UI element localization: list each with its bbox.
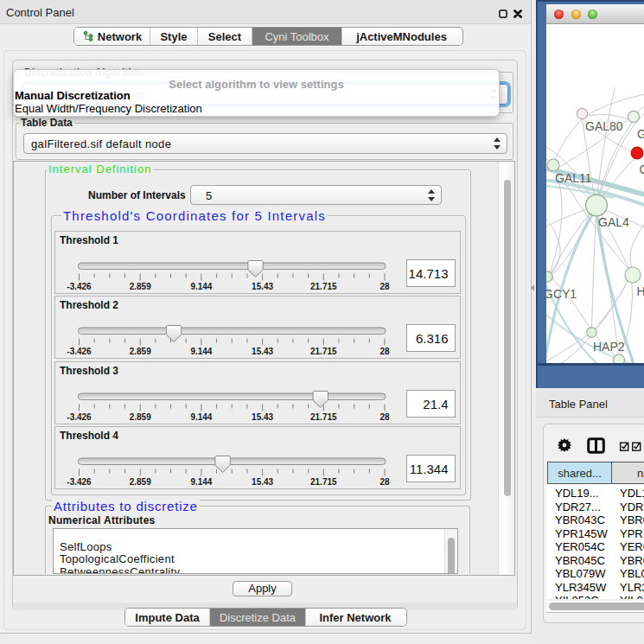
svg-text:28: 28 (379, 412, 390, 422)
svg-text:GAL11: GAL11 (555, 171, 592, 185)
svg-text:C: C (640, 163, 644, 176)
svg-text:G.: G. (637, 127, 644, 141)
svg-text:15.43: 15.43 (252, 282, 273, 291)
svg-text:9.144: 9.144 (190, 282, 212, 291)
svg-text:-3.426: -3.426 (67, 412, 92, 422)
svg-text:9.144: 9.144 (190, 347, 212, 356)
svg-text:-3.426: -3.426 (67, 347, 92, 356)
svg-text:28: 28 (379, 347, 390, 356)
svg-text:H: H (637, 284, 644, 298)
svg-text:21.715: 21.715 (310, 477, 337, 487)
svg-text:2.859: 2.859 (130, 412, 151, 422)
svg-text:GAL4: GAL4 (598, 215, 629, 229)
svg-text:21.715: 21.715 (310, 347, 337, 356)
svg-text:-3.426: -3.426 (67, 282, 92, 291)
svg-text:2.859: 2.859 (130, 282, 151, 291)
svg-text:2.859: 2.859 (130, 477, 151, 487)
svg-text:15.43: 15.43 (252, 477, 273, 487)
svg-text:15.43: 15.43 (252, 412, 273, 422)
svg-text:15.43: 15.43 (252, 347, 273, 356)
svg-text:28: 28 (379, 477, 390, 487)
svg-text:HAP2: HAP2 (593, 340, 625, 354)
svg-text:21.715: 21.715 (310, 282, 337, 291)
svg-text:9.144: 9.144 (190, 477, 212, 487)
svg-text:GAL80: GAL80 (585, 119, 623, 133)
svg-text:21.715: 21.715 (310, 412, 337, 422)
svg-text:28: 28 (379, 282, 390, 291)
svg-text:2.859: 2.859 (130, 347, 151, 356)
svg-text:-3.426: -3.426 (67, 477, 92, 487)
svg-text:GCY1: GCY1 (546, 287, 577, 301)
svg-text:9.144: 9.144 (190, 412, 212, 422)
